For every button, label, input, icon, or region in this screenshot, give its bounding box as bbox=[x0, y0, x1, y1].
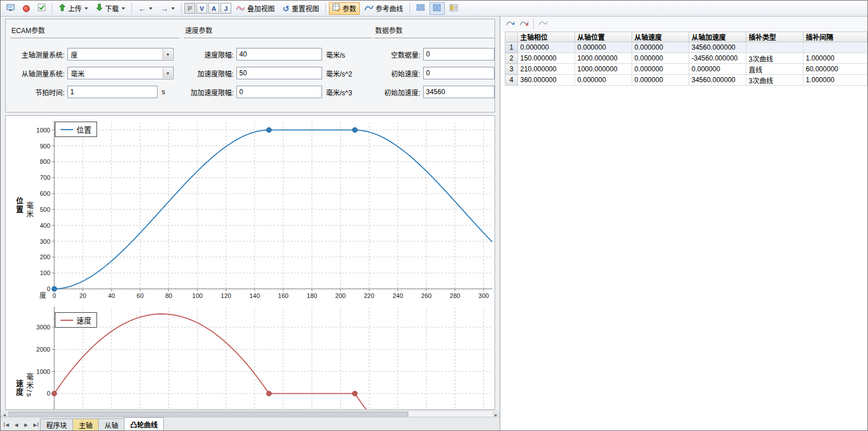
cycle-time-input[interactable] bbox=[67, 86, 158, 98]
table-cell[interactable]: 0.000000 bbox=[632, 53, 689, 64]
row-number[interactable]: 4 bbox=[505, 75, 518, 86]
position-chart[interactable]: 0100200300400500600700800900100002040608… bbox=[6, 116, 495, 306]
upload-label: 上传 bbox=[68, 3, 82, 13]
table-cell[interactable]: 3次曲线 bbox=[746, 53, 803, 64]
accel-limit-input[interactable] bbox=[236, 67, 322, 79]
data-list-button[interactable] bbox=[446, 2, 461, 15]
table-cell[interactable]: 1.000000 bbox=[803, 53, 867, 64]
table-cell[interactable]: 0.000000 bbox=[632, 75, 689, 86]
back-button[interactable]: ← bbox=[135, 2, 156, 15]
data-point[interactable] bbox=[352, 127, 357, 132]
tab-cam-curve[interactable]: 凸轮曲线 bbox=[124, 417, 164, 430]
master-unit-select[interactable]: 度 ▼ bbox=[67, 48, 174, 61]
params-button[interactable]: 参数 bbox=[329, 2, 360, 15]
column-header[interactable]: 主轴相位 bbox=[518, 32, 575, 42]
cycle-time-label: 节拍时间: bbox=[10, 87, 67, 97]
table-cell[interactable]: 34560.000000 bbox=[689, 42, 746, 53]
y-tick-label: 1000 bbox=[37, 368, 50, 375]
v-label: V bbox=[200, 5, 204, 12]
tab-master-axis[interactable]: 主轴 bbox=[73, 418, 99, 430]
corner-header bbox=[505, 32, 518, 42]
cam-table: 主轴相位从轴位置从轴速度从轴加速度插补类型插补间隔 10.0000000.000… bbox=[505, 31, 867, 86]
reference-curve-button[interactable]: 参考曲线 bbox=[361, 2, 407, 15]
table-cell[interactable]: 直线 bbox=[746, 64, 803, 75]
data-point[interactable] bbox=[52, 287, 57, 292]
table-cell[interactable] bbox=[803, 42, 867, 53]
forward-button[interactable]: → bbox=[157, 2, 178, 15]
tab-scroll-prev-button[interactable]: ◀ bbox=[11, 419, 21, 430]
tab-scroll-first-button[interactable]: ◀ bbox=[2, 419, 11, 430]
divider bbox=[10, 38, 179, 38]
refresh-table-button[interactable] bbox=[537, 18, 549, 30]
table-cell[interactable]: 210.000000 bbox=[518, 64, 575, 75]
upload-button[interactable]: 上传 bbox=[55, 2, 91, 15]
column-header[interactable]: 插补类型 bbox=[746, 32, 803, 42]
tab-program-block[interactable]: 程序块 bbox=[40, 418, 73, 430]
tab-scroll-last-button[interactable]: ▶ bbox=[31, 419, 41, 430]
delete-row-button[interactable] bbox=[518, 18, 531, 30]
layout-columns-button[interactable] bbox=[429, 2, 445, 15]
tab-slave-axis[interactable]: 从轴 bbox=[98, 418, 124, 430]
table-cell[interactable]: -34560.000000 bbox=[689, 53, 746, 64]
tab-scroll-next-button[interactable]: ▶ bbox=[21, 419, 31, 430]
row-number[interactable]: 3 bbox=[505, 64, 518, 75]
table-cell[interactable]: 1000.000000 bbox=[575, 64, 632, 75]
table-cell[interactable] bbox=[746, 42, 803, 53]
accel-limit-label: 加速度限幅: bbox=[184, 69, 236, 78]
table-cell[interactable]: 0.000000 bbox=[518, 42, 575, 53]
row-number[interactable]: 1 bbox=[505, 42, 518, 53]
verify-button[interactable] bbox=[34, 2, 49, 15]
x-tick-label: 20 bbox=[79, 292, 86, 299]
data-point[interactable] bbox=[267, 127, 272, 132]
slave-unit-select[interactable]: 毫米 ▼ bbox=[67, 67, 174, 79]
table-row: 10.0000000.0000000.00000034560.000000 bbox=[505, 42, 867, 53]
divider bbox=[409, 3, 410, 14]
init-speed-input[interactable] bbox=[423, 67, 495, 79]
layout-rows-button[interactable] bbox=[413, 2, 428, 15]
table-cell[interactable]: 0.000000 bbox=[575, 42, 632, 53]
position-ylabel-unit: 毫米 bbox=[24, 202, 35, 219]
download-button[interactable]: 下载 bbox=[93, 2, 128, 15]
data-point[interactable] bbox=[352, 391, 357, 396]
record-button[interactable] bbox=[19, 2, 33, 15]
table-cell[interactable]: 150.000000 bbox=[518, 53, 575, 64]
data-point[interactable] bbox=[52, 391, 57, 396]
params-label: 参数 bbox=[343, 3, 356, 13]
curve-p-toggle[interactable]: P bbox=[184, 3, 195, 14]
ecam-group-title: ECAM参数 bbox=[10, 25, 179, 35]
table-cell[interactable]: 0.000000 bbox=[632, 64, 689, 75]
y-tick-label: 200 bbox=[40, 253, 50, 260]
prev-icon: ◀ bbox=[14, 422, 18, 428]
curve-v-toggle[interactable]: V bbox=[196, 3, 207, 14]
table-cell[interactable]: 0.000000 bbox=[632, 42, 689, 53]
table-cell[interactable]: 60.000000 bbox=[803, 64, 867, 75]
column-header[interactable]: 从轴位置 bbox=[575, 32, 632, 42]
overlay-view-button[interactable]: 叠加视图 bbox=[232, 2, 278, 15]
column-header[interactable]: 从轴速度 bbox=[632, 32, 689, 42]
position-line-swatch bbox=[61, 129, 73, 130]
row-number[interactable]: 2 bbox=[505, 53, 518, 64]
curve-a-toggle[interactable]: A bbox=[208, 3, 219, 14]
table-cell[interactable]: 0.000000 bbox=[575, 75, 632, 86]
table-cell[interactable]: 34560.000000 bbox=[689, 75, 746, 86]
reset-view-button[interactable]: ↺ 重置视图 bbox=[279, 2, 323, 15]
table-cell[interactable]: 3次曲线 bbox=[746, 75, 803, 86]
table-cell[interactable]: 0.000000 bbox=[689, 64, 746, 75]
speed-limit-input[interactable] bbox=[236, 48, 322, 61]
upload-icon bbox=[59, 3, 66, 13]
empty-data-input[interactable] bbox=[423, 48, 495, 61]
curve-j-toggle[interactable]: J bbox=[220, 3, 231, 14]
insert-row-button[interactable] bbox=[504, 18, 517, 30]
table-cell[interactable]: 1.000000 bbox=[803, 75, 867, 86]
jerk-limit-input[interactable] bbox=[236, 86, 322, 98]
chevron-down-icon: ▼ bbox=[163, 68, 172, 78]
data-point[interactable] bbox=[267, 391, 272, 396]
device-button[interactable] bbox=[3, 2, 18, 15]
table-cell[interactable]: 360.000000 bbox=[518, 75, 575, 86]
table-cell[interactable]: 1000.000000 bbox=[575, 53, 632, 64]
x-tick-label: 0 bbox=[53, 292, 56, 299]
left-arrow-icon: ← bbox=[138, 5, 146, 13]
column-header[interactable]: 从轴加速度 bbox=[689, 32, 746, 42]
column-header[interactable]: 插补间隔 bbox=[803, 32, 867, 42]
init-accel-input[interactable] bbox=[423, 86, 495, 98]
